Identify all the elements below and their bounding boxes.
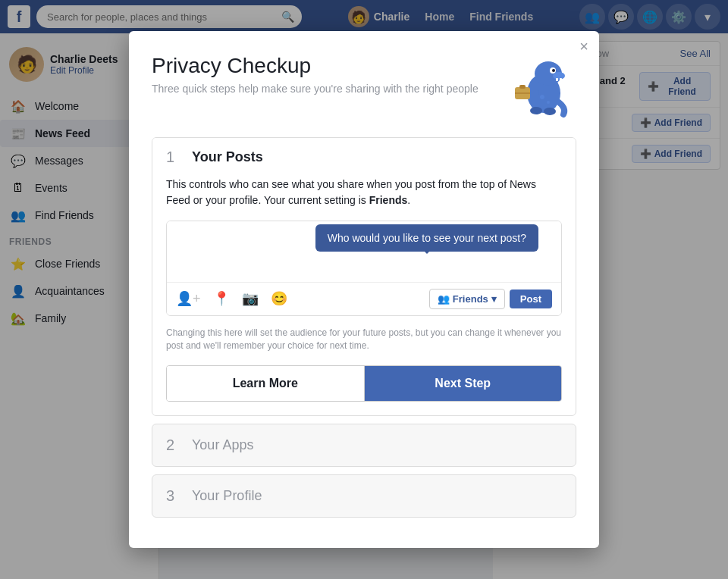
step-1-current-setting: Friends <box>369 194 408 206</box>
modal-overlay: × Privacy Checkup Three quick steps help… <box>0 0 728 579</box>
step-1-number: 1 <box>166 149 181 166</box>
step-2-title: Your Apps <box>192 437 253 453</box>
friends-dropdown-icon: 👥 <box>438 293 450 305</box>
step-3-title: Your Profile <box>192 488 262 504</box>
audience-dropdown[interactable]: 👥 Friends ▾ <box>429 289 505 309</box>
step-1-description: This controls who can see what you share… <box>166 177 562 208</box>
learn-more-button[interactable]: Learn More <box>167 366 365 401</box>
step-3-header: 3 Your Profile <box>152 475 576 517</box>
photo-icon[interactable]: 📷 <box>242 290 259 307</box>
step-2-number: 2 <box>166 437 181 454</box>
step-3-card: 3 Your Profile <box>152 474 576 518</box>
svg-point-13 <box>540 95 544 99</box>
modal-title: Privacy Checkup <box>152 54 500 78</box>
modal-header: Privacy Checkup Three quick steps help m… <box>152 54 576 122</box>
step-1-desc-text: This controls who can see what you share… <box>166 178 536 206</box>
location-icon[interactable]: 📍 <box>213 290 230 307</box>
modal-subtitle: Three quick steps help make sure you're … <box>152 83 500 95</box>
step-2-header: 2 Your Apps <box>152 424 576 466</box>
svg-point-11 <box>530 107 542 114</box>
svg-rect-5 <box>556 78 558 81</box>
step-1-card: 1 Your Posts This controls who can see w… <box>152 137 576 417</box>
svg-point-12 <box>544 108 556 115</box>
composer-post-button[interactable]: Post <box>510 290 552 308</box>
step-1-body: This controls who can see what you share… <box>152 177 576 416</box>
composer-footer: 👤+ 📍 📷 😊 👥 Friends ▾ Post <box>167 282 561 315</box>
modal-close-button[interactable]: × <box>579 39 588 54</box>
step-1-header: 1 Your Posts <box>152 138 576 177</box>
tag-people-icon[interactable]: 👤+ <box>176 290 201 307</box>
modal-mascot <box>500 54 576 122</box>
svg-point-4 <box>553 72 565 80</box>
modal-title-area: Privacy Checkup Three quick steps help m… <box>152 54 500 95</box>
step-1-desc-end: . <box>407 194 410 206</box>
step-1-note: Changing this here will set the audience… <box>166 327 562 352</box>
emoji-icon[interactable]: 😊 <box>271 290 287 307</box>
svg-point-3 <box>552 69 555 72</box>
step-1-title: Your Posts <box>192 149 263 165</box>
svg-point-14 <box>547 101 550 104</box>
friends-dropdown-label: Friends <box>453 293 488 305</box>
composer-tooltip: Who would you like to see your next post… <box>315 224 538 252</box>
step-1-actions: Learn More Next Step <box>166 365 562 402</box>
post-composer-preview: Who would you like to see your next post… <box>166 221 562 316</box>
step-3-number: 3 <box>166 487 181 505</box>
composer-right-controls: 👥 Friends ▾ Post <box>429 289 552 309</box>
svg-rect-6 <box>560 78 562 81</box>
step-2-card: 2 Your Apps <box>152 424 576 467</box>
privacy-checkup-modal: × Privacy Checkup Three quick steps help… <box>129 31 599 549</box>
composer-action-icons: 👤+ 📍 📷 😊 <box>176 290 287 307</box>
friends-dropdown-chevron: ▾ <box>491 293 497 305</box>
svg-rect-9 <box>519 85 526 89</box>
next-step-button[interactable]: Next Step <box>365 366 562 401</box>
